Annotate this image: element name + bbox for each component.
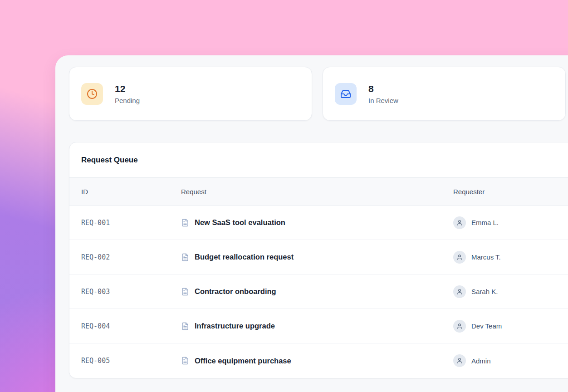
- stat-card-pending: 12 Pending: [69, 67, 312, 121]
- table-row[interactable]: REQ-001 New SaaS tool evaluation: [69, 206, 568, 240]
- inbox-icon: [335, 83, 357, 105]
- request-id: REQ-002: [69, 253, 181, 261]
- stat-value: 8: [368, 83, 398, 94]
- request-id: REQ-003: [69, 288, 181, 296]
- avatar: [453, 216, 466, 229]
- avatar: [453, 354, 466, 367]
- file-text-icon: [181, 322, 189, 330]
- stat-value: 12: [115, 83, 140, 94]
- requester-cell: Dev Team: [453, 320, 568, 333]
- avatar: [453, 251, 466, 264]
- request-id: REQ-004: [69, 322, 181, 330]
- request-cell: Office equipment purchase: [181, 357, 453, 365]
- request-title: New SaaS tool evaluation: [195, 218, 285, 227]
- file-text-icon: [181, 357, 189, 365]
- column-header-requester: Requester: [453, 188, 568, 196]
- request-title: Budget reallocation request: [195, 253, 294, 261]
- avatar: [453, 285, 466, 298]
- file-text-icon: [181, 288, 189, 296]
- table-title: Request Queue: [81, 156, 138, 165]
- request-title: Contractor onboarding: [195, 287, 276, 296]
- file-text-icon: [181, 253, 189, 261]
- table-row[interactable]: REQ-004 Infrastructure upgrade D: [69, 309, 568, 343]
- requester-name: Emma L.: [471, 219, 499, 226]
- stat-text-block: 12 Pending: [115, 83, 140, 104]
- stats-row: 12 Pending 8 In Review: [69, 67, 568, 121]
- requester-cell: Sarah K.: [453, 285, 568, 298]
- request-cell: Contractor onboarding: [181, 287, 453, 296]
- requester-name: Admin: [471, 357, 491, 365]
- stat-label: In Review: [368, 97, 398, 104]
- stat-card-in-review: 8 In Review: [323, 67, 566, 121]
- request-id: REQ-005: [69, 357, 181, 365]
- table-title-row: Request Queue: [69, 142, 568, 177]
- request-cell: Budget reallocation request: [181, 253, 453, 261]
- requester-cell: Admin: [453, 354, 568, 367]
- column-header-request: Request: [181, 188, 453, 196]
- table-header-row: ID Request Requester: [69, 177, 568, 206]
- file-text-icon: [181, 219, 189, 227]
- stat-label: Pending: [115, 97, 140, 104]
- table-body: REQ-001 New SaaS tool evaluation: [69, 206, 568, 378]
- table-row[interactable]: REQ-005 Office equipment purchase: [69, 343, 568, 378]
- requester-name: Dev Team: [471, 322, 502, 330]
- clock-icon: [81, 83, 103, 105]
- requester-cell: Marcus T.: [453, 251, 568, 264]
- main-panel: 12 Pending 8 In Review Request Queue ID: [55, 55, 568, 392]
- table-row[interactable]: REQ-003 Contractor onboarding Sa: [69, 274, 568, 309]
- request-id: REQ-001: [69, 219, 181, 227]
- column-header-id: ID: [69, 188, 181, 196]
- stat-text-block: 8 In Review: [368, 83, 398, 104]
- requester-cell: Emma L.: [453, 216, 568, 229]
- requester-name: Sarah K.: [471, 288, 498, 295]
- request-title: Office equipment purchase: [195, 357, 291, 365]
- table-row[interactable]: REQ-002 Budget reallocation request: [69, 240, 568, 274]
- avatar: [453, 320, 466, 333]
- request-cell: Infrastructure upgrade: [181, 322, 453, 330]
- request-cell: New SaaS tool evaluation: [181, 218, 453, 227]
- desktop-background: { "stats": [ { "value": "12", "label": "…: [0, 0, 568, 392]
- requester-name: Marcus T.: [471, 253, 501, 261]
- request-queue-card: Request Queue ID Request Requester REQ-0…: [69, 142, 568, 378]
- request-title: Infrastructure upgrade: [195, 322, 275, 330]
